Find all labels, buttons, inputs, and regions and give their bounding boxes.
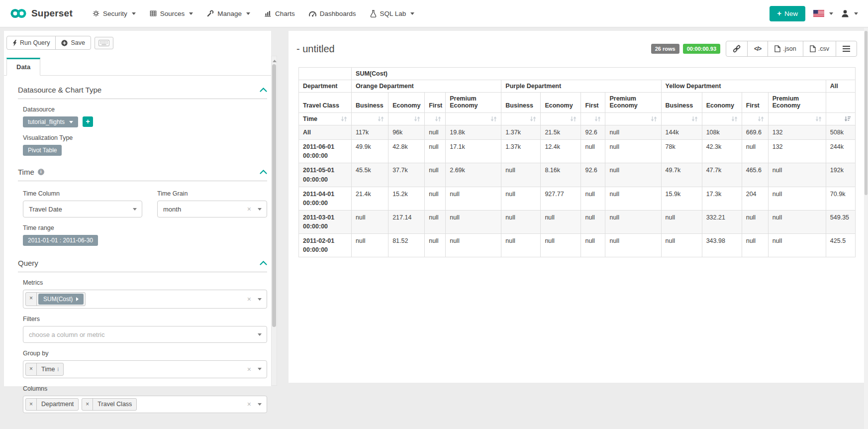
columns-select[interactable]: ×Department×Travel Class × <box>23 396 267 414</box>
chevron-up-icon[interactable] <box>260 261 267 265</box>
clear-icon[interactable]: × <box>247 401 251 408</box>
selected-option-time[interactable]: ×Timei <box>25 363 64 376</box>
data-cell: null <box>446 187 501 210</box>
nav-item-charts[interactable]: Charts <box>257 0 302 27</box>
language-selector[interactable] <box>813 10 833 17</box>
nav-item-manage[interactable]: Manage <box>200 0 257 27</box>
chevron-down-icon <box>132 12 136 15</box>
sort-header[interactable] <box>661 113 702 125</box>
remove-option-icon[interactable]: × <box>26 293 37 306</box>
travel-class-header-business: Business <box>501 93 541 113</box>
time-sort-header[interactable]: Time <box>299 113 352 125</box>
chevron-down-icon[interactable] <box>258 333 262 336</box>
nav-item-sources[interactable]: Sources <box>143 0 200 27</box>
data-cell: 92.6 <box>581 125 605 140</box>
section-title: Time <box>18 168 34 176</box>
view-query-button[interactable]: </> <box>747 41 768 57</box>
chart-menu-button[interactable] <box>836 41 857 57</box>
chevron-down-icon <box>410 12 414 15</box>
new-button[interactable]: + New <box>770 6 805 21</box>
time-column-select[interactable]: Travel Date <box>23 201 142 217</box>
user-menu[interactable] <box>841 9 858 17</box>
sort-header[interactable] <box>581 113 605 125</box>
travel-class-header-first: First <box>742 93 768 113</box>
chevron-up-icon[interactable] <box>260 88 267 92</box>
run-query-label: Run Query <box>20 39 50 46</box>
groupby-select[interactable]: ×Timei × <box>23 360 267 378</box>
section-header[interactable]: Datasource & Chart Type <box>18 86 267 99</box>
section-header[interactable]: Time i <box>18 168 267 181</box>
run-query-button[interactable]: Run Query <box>6 36 56 50</box>
chevron-down-icon[interactable] <box>258 403 262 406</box>
sort-header[interactable] <box>826 113 855 125</box>
time-grain-select[interactable]: month × <box>157 201 267 217</box>
superset-logo[interactable]: Superset <box>10 8 73 19</box>
chevron-down-icon[interactable] <box>258 208 262 211</box>
data-cell: null <box>581 140 605 163</box>
sort-header[interactable] <box>768 113 826 125</box>
sort-header[interactable] <box>702 113 742 125</box>
sort-header[interactable] <box>425 113 446 125</box>
data-cell: 42.3k <box>702 140 742 163</box>
controls-scrollbar[interactable] <box>271 56 277 386</box>
nav-item-label: Dashboards <box>320 10 356 17</box>
save-button[interactable]: Save <box>55 36 91 50</box>
page-scrollbar[interactable] <box>864 28 868 429</box>
chevron-right-icon <box>76 297 79 301</box>
data-cell: 92.6 <box>581 163 605 187</box>
chevron-down-icon[interactable] <box>133 208 137 211</box>
clear-icon[interactable]: × <box>247 296 251 303</box>
nav-item-sql-lab[interactable]: SQL Lab <box>363 0 422 27</box>
selected-option-sum-cost-[interactable]: ×SUM(Cost) <box>25 292 86 306</box>
metrics-select[interactable]: ×SUM(Cost) × <box>23 290 267 309</box>
filters-select[interactable]: choose a column or metric <box>23 326 267 343</box>
keyboard-shortcuts-button[interactable] <box>95 37 113 49</box>
nav-item-dashboards[interactable]: Dashboards <box>302 0 363 27</box>
sort-icon <box>815 116 822 122</box>
add-datasource-button[interactable]: + <box>83 116 93 127</box>
remove-option-icon[interactable]: × <box>26 399 37 411</box>
sort-header[interactable] <box>446 113 501 125</box>
sort-header[interactable] <box>541 113 581 125</box>
section-header[interactable]: Query <box>18 259 267 272</box>
export-json-button[interactable]: .json <box>768 41 803 57</box>
row-count-badge: 26 rows <box>651 44 679 54</box>
scroll-up-arrow-icon[interactable] <box>273 58 277 62</box>
time-range-value: 2011-01-01 : 2011-06-30 <box>28 237 93 244</box>
sort-header[interactable] <box>742 113 768 125</box>
scrollbar-thumb[interactable] <box>272 64 276 327</box>
sort-header[interactable] <box>501 113 541 125</box>
datasource-token[interactable]: tutorial_flights <box>23 116 78 127</box>
sort-header[interactable] <box>352 113 388 125</box>
data-cell: 204 <box>742 187 768 210</box>
nav-item-label: SQL Lab <box>380 10 406 17</box>
sort-header[interactable] <box>605 113 661 125</box>
selected-option-department[interactable]: ×Department <box>25 398 79 411</box>
share-link-button[interactable] <box>726 41 748 57</box>
chevron-up-icon[interactable] <box>260 170 267 174</box>
tab-data[interactable]: Data <box>6 58 40 76</box>
clear-icon[interactable]: × <box>247 206 251 213</box>
data-cell: null <box>768 187 826 210</box>
nav-item-label: Manage <box>217 10 242 17</box>
selected-option-travel-class[interactable]: ×Travel Class <box>82 398 137 411</box>
remove-option-icon[interactable]: × <box>82 399 93 411</box>
sort-icon <box>731 116 738 122</box>
time-range-token[interactable]: 2011-01-01 : 2011-06-30 <box>23 235 98 246</box>
data-cell: 78k <box>661 140 702 163</box>
nav-item-security[interactable]: Security <box>86 0 143 27</box>
chevron-down-icon[interactable] <box>258 368 262 370</box>
data-cell: null <box>605 163 661 187</box>
metric-token[interactable]: SUM(Cost) <box>38 294 84 305</box>
export-csv-button[interactable]: .csv <box>803 41 836 57</box>
chevron-down-icon[interactable] <box>258 298 262 301</box>
data-cell: 42.8k <box>388 140 425 163</box>
remove-option-icon[interactable]: × <box>26 363 37 375</box>
chart-actions: 26 rows 00:00:00.93 < <box>651 41 857 57</box>
scrollbar-thumb[interactable] <box>865 31 868 195</box>
data-cell: 45.5k <box>352 163 388 187</box>
data-cell: 669.6 <box>742 125 768 140</box>
sort-header[interactable] <box>388 113 425 125</box>
clear-icon[interactable]: × <box>247 366 251 373</box>
visualization-type-token[interactable]: Pivot Table <box>23 145 62 156</box>
